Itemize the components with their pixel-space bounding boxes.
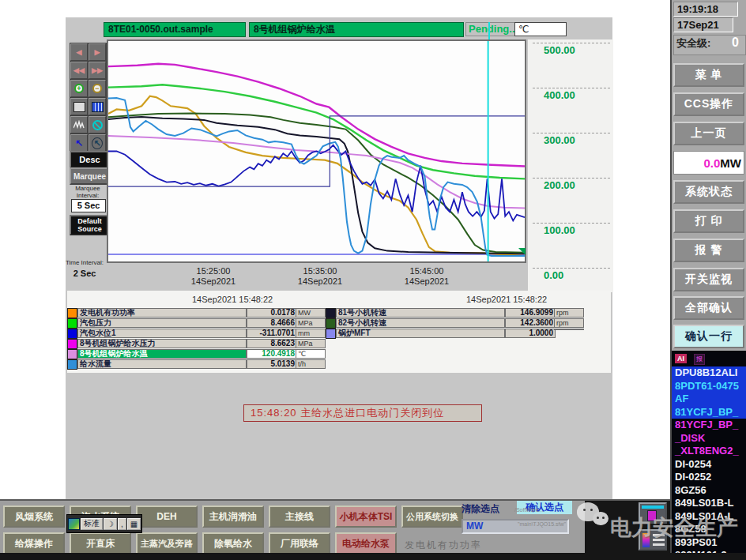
list-item[interactable]: 8GZ56 xyxy=(672,484,746,498)
list-item[interactable]: 8PDT61-0475 xyxy=(672,380,746,393)
legend-row[interactable]: 82号小机转速 142.3600 rpm xyxy=(326,318,582,328)
cursor-select-button[interactable]: ↖ xyxy=(89,134,106,152)
legend-row-selected[interactable]: 8号机组锅炉给水温 120.4918 ℃ xyxy=(67,349,324,359)
disable-button[interactable] xyxy=(89,116,106,133)
list-item[interactable]: _DISK xyxy=(672,432,746,445)
list-item[interactable]: 893PS01 xyxy=(672,536,746,550)
series-label: 8号机组锅炉给水温 xyxy=(77,349,247,359)
list-item[interactable]: 81YCFJ_BP_ xyxy=(672,419,746,432)
legend-row[interactable]: 给水流量 5.0139 t/h xyxy=(67,359,324,369)
series-value: 120.4918 xyxy=(247,349,297,359)
nav-coal[interactable]: 给煤操作 xyxy=(3,532,65,554)
legend-row[interactable]: 8号机组锅炉给水压力 8.6623 MPa xyxy=(67,339,324,348)
series-label: 8号机组锅炉给水压力 xyxy=(77,339,247,348)
nav-main-wiring[interactable]: 主接线 xyxy=(269,506,330,528)
nav-main-steam[interactable]: 主蒸汽及旁路 xyxy=(136,532,198,554)
nav-common-switch[interactable]: 公用系统切换 xyxy=(401,506,463,528)
step-forward-button[interactable]: ▶ xyxy=(89,43,106,61)
switch-monitor-button[interactable]: 开关监视 xyxy=(673,268,744,291)
marquee-button[interactable]: Marquee xyxy=(70,167,110,185)
zoom-in-button[interactable]: + xyxy=(70,80,88,97)
y-tick: 400.00 xyxy=(544,89,575,101)
right-arrow-icon: ▶ xyxy=(95,48,100,56)
series-unit: mm xyxy=(296,329,326,338)
zoom-out-button[interactable]: − xyxy=(89,80,106,97)
nav-aux-power[interactable]: 厂用联络 xyxy=(269,532,330,554)
list-item[interactable]: AF xyxy=(672,393,746,406)
nav-deh[interactable]: DEH xyxy=(136,506,198,528)
chart-cursor-line[interactable] xyxy=(488,22,490,39)
default-source-button[interactable]: Default Source xyxy=(70,215,110,235)
unit-box[interactable]: ℃ xyxy=(514,22,567,36)
ai-badge: AI xyxy=(675,354,687,363)
list-item[interactable]: 849LS01B-L xyxy=(672,497,746,510)
trend-chart-area[interactable] xyxy=(107,39,526,263)
list-item[interactable]: 849LS01A-L xyxy=(672,510,746,524)
nav-lube-oil[interactable]: 主机润滑油 xyxy=(202,506,264,528)
security-level-box: 安全级: 0 xyxy=(673,35,746,55)
trend-curves-button[interactable] xyxy=(70,116,88,133)
list-item[interactable]: DI-0254 xyxy=(672,458,746,472)
legend-row[interactable]: 81号小机转速 146.9099 rpm xyxy=(326,308,582,318)
nav-fengyan[interactable]: 风烟系统 xyxy=(3,506,65,528)
point-tag-box[interactable]: 8TE01-0050.out.sample xyxy=(104,22,246,37)
alarm-button[interactable]: 报 警 xyxy=(673,239,744,262)
series-swatch xyxy=(67,329,77,339)
series-value: 8.6623 xyxy=(247,339,297,348)
series-label: 汽包水位1 xyxy=(77,329,247,338)
no-entry-icon xyxy=(92,120,103,130)
series-swatch xyxy=(67,349,77,359)
list-item[interactable]: DPU8B12ALI xyxy=(672,366,746,380)
nav-tsi[interactable]: 小机本体TSI xyxy=(335,506,397,528)
cursor-mode-button[interactable]: ↖ xyxy=(70,134,88,152)
ack-one-line-button[interactable]: 确认一行 xyxy=(673,325,744,348)
nav-deaerator[interactable]: 除氧给水 xyxy=(202,532,264,554)
taskbar-app-icon[interactable] xyxy=(639,529,667,551)
previous-page-button[interactable]: 上一页 xyxy=(673,122,744,145)
taskbar-app-icon[interactable] xyxy=(639,502,667,524)
keyboard-icon[interactable]: ▦ xyxy=(127,518,141,530)
nav-motor-feed-pump[interactable]: 电动给水泵 xyxy=(335,532,397,554)
window-list-button[interactable] xyxy=(70,98,88,115)
system-status-button[interactable]: 系统状态 xyxy=(673,180,744,204)
menu-button[interactable]: 菜 单 xyxy=(673,63,744,87)
legend-right-timestamp: 14Sep2021 15:48:22 xyxy=(466,295,547,304)
list-item[interactable]: 8GZ58 xyxy=(672,523,746,536)
list-item[interactable]: _XLT8ENG2_ xyxy=(672,445,746,458)
series-value: 8.4666 xyxy=(247,318,297,328)
cursor-circle-icon: ↖ xyxy=(92,137,102,149)
punct-icon[interactable]: , xyxy=(118,518,126,530)
point-title-box[interactable]: 8号机组锅炉给水温 xyxy=(249,22,464,37)
print-button[interactable]: 打 印 xyxy=(673,209,744,233)
rewind-button[interactable]: ◀◀ xyxy=(70,62,88,79)
series-label: 发电机有功功率 xyxy=(77,308,247,318)
step-back-button[interactable]: ◀ xyxy=(70,43,88,61)
list-item[interactable]: 81YCFJ_BP_ xyxy=(672,406,746,419)
series-value: 1.0000 xyxy=(505,329,556,338)
desc-button[interactable]: Desc xyxy=(70,151,110,168)
nav-bed[interactable]: 开直床 xyxy=(70,532,131,554)
ack-all-button[interactable]: 全部确认 xyxy=(673,296,744,320)
power-unit: MW xyxy=(720,156,741,170)
unit-power-display: 0.0 MW xyxy=(673,151,744,175)
ime-toolbar[interactable]: 标准 ☽ , ▦ xyxy=(66,514,142,533)
right-sidebar: 19:19:18 17Sep21 安全级: 0 菜 单 CCS操作 上一页 0.… xyxy=(670,0,746,560)
ime-mode-label[interactable]: 标准 xyxy=(81,518,103,530)
cursor-icon: ↖ xyxy=(75,137,83,148)
legend-row[interactable]: 汽包压力 8.4666 MPa xyxy=(67,318,324,328)
y-tick: 200.00 xyxy=(544,179,575,191)
marquee-interval-value[interactable]: 5 Sec xyxy=(71,199,106,212)
legend-row[interactable]: 汽包水位1 -311.0701 mm xyxy=(67,329,324,338)
moon-icon[interactable]: ☽ xyxy=(104,518,117,530)
clear-selection-button[interactable]: 清除选点 xyxy=(462,502,514,515)
ccs-operate-button[interactable]: CCS操作 xyxy=(673,92,744,116)
alarm-badge: 报 xyxy=(694,354,705,365)
data-grid-button[interactable] xyxy=(89,98,106,115)
list-item[interactable]: DI-0252 xyxy=(672,471,746,484)
series-value: 5.0139 xyxy=(247,359,297,369)
rewind-icon: ◀◀ xyxy=(73,66,85,74)
fast-forward-button[interactable]: ▶▶ xyxy=(89,62,106,79)
series-value: -311.0701 xyxy=(247,329,297,338)
legend-row[interactable]: 锅炉MFT 1.0000 xyxy=(326,329,582,338)
legend-row[interactable]: 发电机有功功率 0.0178 MW xyxy=(67,308,324,318)
